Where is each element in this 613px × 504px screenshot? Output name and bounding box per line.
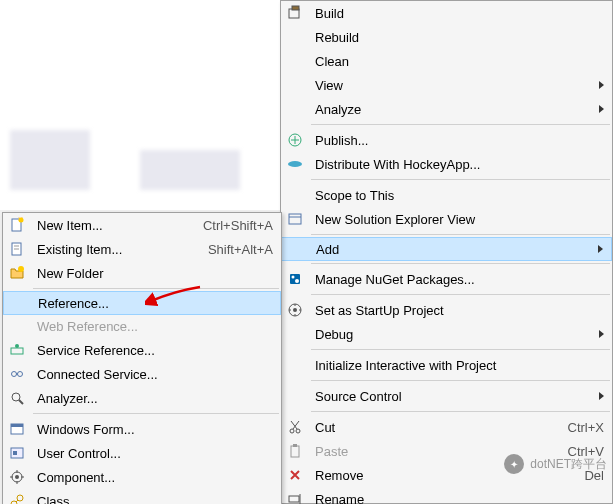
menu-item-label: Connected Service... <box>31 367 273 382</box>
menu-item-label: Build <box>309 6 604 21</box>
connected-svc-icon <box>3 366 31 382</box>
svg-point-10 <box>293 308 297 312</box>
svg-rect-1 <box>292 6 299 10</box>
subMenu-existing-item[interactable]: Existing Item...Shift+Alt+A <box>3 237 281 261</box>
mainMenu-cut[interactable]: CutCtrl+X <box>281 415 612 439</box>
mainMenu-clean[interactable]: Clean <box>281 49 612 73</box>
menu-item-label: Service Reference... <box>31 343 273 358</box>
menu-item-label: User Control... <box>31 446 273 461</box>
usercontrol-icon <box>3 445 31 461</box>
new-view-icon <box>281 211 309 227</box>
editor-background <box>0 0 280 210</box>
svg-point-26 <box>18 372 23 377</box>
component-icon <box>3 469 31 485</box>
menu-item-label: New Item... <box>31 218 191 233</box>
menu-item-label: Add <box>310 242 590 257</box>
mainMenu-scope-to-this[interactable]: Scope to This <box>281 183 612 207</box>
menu-item-label: Component... <box>31 470 273 485</box>
chevron-right-icon <box>599 330 604 338</box>
menu-item-shortcut: Ctrl+X <box>556 420 604 435</box>
chevron-right-icon <box>599 81 604 89</box>
svg-point-35 <box>15 475 19 479</box>
menu-item-label: Cut <box>309 420 556 435</box>
svg-rect-13 <box>291 446 299 457</box>
menu-separator <box>311 294 610 295</box>
menu-item-label: Existing Item... <box>31 242 196 257</box>
svg-rect-31 <box>11 424 23 427</box>
menu-item-shortcut: Shift+Alt+A <box>196 242 273 257</box>
menu-separator <box>311 124 610 125</box>
existing-item-icon <box>3 241 31 257</box>
mainMenu-new-solution-explorer-view[interactable]: New Solution Explorer View <box>281 207 612 231</box>
new-item-icon <box>3 217 31 233</box>
mainMenu-add[interactable]: Add <box>281 237 612 261</box>
mainMenu-analyze[interactable]: Analyze <box>281 97 612 121</box>
mainMenu-set-as-startup-project[interactable]: Set as StartUp Project <box>281 298 612 322</box>
watermark: ✦ dotNET跨平台 <box>504 454 607 474</box>
mainMenu-rebuild[interactable]: Rebuild <box>281 25 612 49</box>
menu-item-label: Distribute With HockeyApp... <box>309 157 604 172</box>
svg-rect-15 <box>289 496 299 502</box>
subMenu-user-control[interactable]: User Control... <box>3 441 281 465</box>
mainMenu-source-control[interactable]: Source Control <box>281 384 612 408</box>
svg-line-38 <box>16 500 18 502</box>
startup-icon <box>281 302 309 318</box>
paste-icon <box>281 443 309 459</box>
menu-separator <box>311 263 610 264</box>
analyzer-icon <box>3 390 31 406</box>
svg-point-3 <box>288 161 302 167</box>
subMenu-new-folder[interactable]: New Folder <box>3 261 281 285</box>
remove-icon <box>281 467 309 483</box>
service-ref-icon <box>3 342 31 358</box>
subMenu-new-item[interactable]: New Item...Ctrl+Shift+A <box>3 213 281 237</box>
menu-item-label: Source Control <box>309 389 591 404</box>
context-menu-main: BuildRebuildCleanViewAnalyzePublish...Di… <box>280 0 613 504</box>
svg-point-24 <box>15 344 19 348</box>
subMenu-windows-form[interactable]: Windows Form... <box>3 417 281 441</box>
mainMenu-view[interactable]: View <box>281 73 612 97</box>
menu-separator <box>33 288 279 289</box>
menu-item-label: View <box>309 78 591 93</box>
menu-item-label: Scope to This <box>309 188 604 203</box>
menu-item-label: Debug <box>309 327 591 342</box>
context-menu-add-submenu: New Item...Ctrl+Shift+AExisting Item...S… <box>2 212 282 504</box>
mainMenu-initialize-interactive-with-project[interactable]: Initialize Interactive with Project <box>281 353 612 377</box>
menu-item-label: New Folder <box>31 266 273 281</box>
cut-icon <box>281 419 309 435</box>
menu-separator <box>311 349 610 350</box>
mainMenu-manage-nuget-packages[interactable]: Manage NuGet Packages... <box>281 267 612 291</box>
menu-separator <box>311 380 610 381</box>
menu-item-label: Class... <box>31 494 273 505</box>
class-icon <box>3 493 31 504</box>
subMenu-analyzer[interactable]: Analyzer... <box>3 386 281 410</box>
mainMenu-debug[interactable]: Debug <box>281 322 612 346</box>
svg-point-18 <box>19 218 24 223</box>
svg-rect-4 <box>289 214 301 224</box>
svg-point-28 <box>12 393 20 401</box>
mainMenu-publish[interactable]: Publish... <box>281 128 612 152</box>
watermark-text: dotNET跨平台 <box>530 456 607 473</box>
subMenu-connected-service[interactable]: Connected Service... <box>3 362 281 386</box>
svg-point-22 <box>18 266 24 272</box>
chevron-right-icon <box>599 105 604 113</box>
subMenu-component[interactable]: Component... <box>3 465 281 489</box>
mainMenu-build[interactable]: Build <box>281 1 612 25</box>
subMenu-reference[interactable]: Reference... <box>3 291 281 315</box>
subMenu-service-reference[interactable]: Service Reference... <box>3 338 281 362</box>
rename-icon <box>281 491 309 504</box>
subMenu-class[interactable]: Class... <box>3 489 281 504</box>
menu-item-label: New Solution Explorer View <box>309 212 604 227</box>
wechat-icon: ✦ <box>504 454 524 474</box>
svg-rect-14 <box>293 444 297 447</box>
mainMenu-distribute-with-hockeyapp[interactable]: Distribute With HockeyApp... <box>281 152 612 176</box>
nuget-icon <box>281 271 309 287</box>
svg-rect-33 <box>13 451 17 455</box>
menu-item-label: Publish... <box>309 133 604 148</box>
menu-separator <box>311 179 610 180</box>
menu-item-label: Set as StartUp Project <box>309 303 604 318</box>
svg-point-7 <box>292 276 295 279</box>
menu-item-shortcut: Ctrl+Shift+A <box>191 218 273 233</box>
svg-point-12 <box>296 429 300 433</box>
mainMenu-rename[interactable]: Rename <box>281 487 612 504</box>
menu-item-label: Clean <box>309 54 604 69</box>
